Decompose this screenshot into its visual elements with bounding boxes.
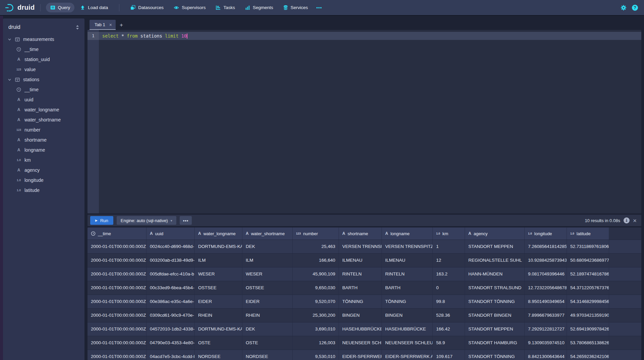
- sql-statement[interactable]: select * from stations limit 10: [102, 32, 187, 40]
- tab-1[interactable]: Tab 1 ×: [90, 20, 116, 30]
- cell-number[interactable]: 9,650,030: [293, 281, 339, 295]
- druid-logo[interactable]: druid: [5, 3, 35, 12]
- cell-longname[interactable]: NEUENSEER SCHLEUSE: [382, 336, 433, 350]
- cell-latitude[interactable]: 52.6941909978426: [567, 322, 609, 336]
- cell-__time[interactable]: 2000-01-01T00:00:00.000Z: [87, 309, 147, 322]
- cell-agency[interactable]: REGIONALSTELLE SUHL: [465, 254, 525, 267]
- cell-latitude[interactable]: 54.3146829998456: [567, 295, 609, 308]
- cell-km[interactable]: 166.42: [433, 322, 465, 336]
- cell-km[interactable]: 0: [433, 281, 465, 295]
- column-header-number[interactable]: 123number: [293, 227, 339, 240]
- cell-longname[interactable]: TÖNNING: [382, 295, 433, 308]
- cell-water_shortname[interactable]: DEK: [242, 240, 293, 253]
- column-header-water_shortname[interactable]: Awater_shortname: [242, 227, 293, 240]
- cell-agency[interactable]: STANDORT BINGEN: [465, 309, 525, 322]
- nav-item-load-data[interactable]: Load data: [76, 3, 112, 12]
- cell-uuid[interactable]: 04572010-1db2-4338-: [147, 322, 195, 336]
- cell-shortname[interactable]: NEUENSEER SCHLEUSE: [339, 336, 382, 350]
- cell-shortname[interactable]: BINGEN: [339, 309, 382, 322]
- column-header-uuid[interactable]: Auuid: [147, 227, 195, 240]
- cell-uuid[interactable]: 04acd7e5-3cbc-4cdd-b: [147, 350, 195, 360]
- cell-__time[interactable]: 2000-01-01T00:00:00.000Z: [87, 281, 147, 295]
- cell-km[interactable]: 99.8: [433, 295, 465, 308]
- cell-shortname[interactable]: RINTELN: [339, 267, 382, 281]
- cell-agency[interactable]: STANDORT STRALSUND: [465, 281, 525, 295]
- nav-item-supervisors[interactable]: Supervisors: [169, 3, 210, 12]
- help-icon[interactable]: ?: [632, 5, 638, 11]
- cell-water_shortname[interactable]: EIDER: [242, 295, 293, 308]
- cell-km[interactable]: 163.2: [433, 267, 465, 281]
- sql-editor[interactable]: 1 select * from stations limit 10: [87, 30, 641, 213]
- cell-agency[interactable]: STANDORT HAMBURG: [465, 336, 525, 350]
- cell-number[interactable]: 25,463: [293, 240, 339, 253]
- cell-longname[interactable]: ILMENAU: [382, 254, 433, 267]
- column-header-water_longname[interactable]: Awater_longname: [195, 227, 242, 240]
- column-header-km[interactable]: 1.0km: [433, 227, 465, 240]
- column-header-__time[interactable]: __time: [87, 227, 147, 240]
- schema-table-measurements[interactable]: measurements: [3, 34, 84, 44]
- cell-number[interactable]: 45,900,109: [293, 267, 339, 281]
- cell-__time[interactable]: 2000-01-01T00:00:00.000Z: [87, 267, 147, 281]
- cell-longitude[interactable]: 9.1309035974510: [525, 336, 567, 350]
- cell-agency[interactable]: STANDORT TÖNNING: [465, 295, 525, 308]
- cell-longname[interactable]: VERSEN TRENNSPITZE: [382, 240, 433, 253]
- cell-latitude[interactable]: 49.9703421359190: [567, 309, 609, 322]
- cell-number[interactable]: 166,640: [293, 254, 339, 267]
- cell-longname[interactable]: BINGEN: [382, 309, 433, 322]
- cell-water_longname[interactable]: OSTE: [195, 336, 242, 350]
- cell-km[interactable]: 12: [433, 254, 465, 267]
- cell-latitude[interactable]: 54.3712205767376: [567, 281, 609, 295]
- cell-water_shortname[interactable]: DEK: [242, 322, 293, 336]
- cell-shortname[interactable]: ILMENAU: [339, 254, 382, 267]
- cell-longitude[interactable]: 7.2929122812727: [525, 322, 567, 336]
- cell-agency[interactable]: HANN-MÜNDEN: [465, 267, 525, 281]
- cell-longitude[interactable]: 10.9288425873943: [525, 254, 567, 267]
- cell-water_shortname[interactable]: ILM: [242, 254, 293, 267]
- download-icon[interactable]: ↓: [624, 217, 630, 223]
- column-header-shortname[interactable]: Ashortname: [339, 227, 382, 240]
- schema-column-longname[interactable]: Alongname: [3, 145, 84, 155]
- cell-longname[interactable]: EIDER-SPERRWERK AP: [382, 350, 433, 360]
- cell-water_shortname[interactable]: WESER: [242, 267, 293, 281]
- cell-uuid[interactable]: 005dfdae-efcc-410a-b: [147, 267, 195, 281]
- cell-water_longname[interactable]: EIDER: [195, 295, 242, 308]
- cell-number[interactable]: 25,300,200: [293, 309, 339, 322]
- cell-latitude[interactable]: 53.7806865138626: [567, 336, 609, 350]
- schema-column-shortname[interactable]: Ashortname: [3, 135, 84, 145]
- cell-longitude[interactable]: 9.0817049396446: [525, 267, 567, 281]
- cell-water_longname[interactable]: DORTMUND-EMS-KANAL: [195, 322, 242, 336]
- cell-__time[interactable]: 2000-01-01T00:00:00.000Z: [87, 322, 147, 336]
- cell-uuid[interactable]: 00e386ac-e35c-4a6e-: [147, 295, 195, 308]
- cell-water_longname[interactable]: DORTMUND-EMS-KANAL: [195, 240, 242, 253]
- cell-uuid[interactable]: 04790e03-4353-4e80-: [147, 336, 195, 350]
- column-header-agency[interactable]: Aagency: [465, 227, 525, 240]
- cell-agency[interactable]: STANDORT TÖNNING: [465, 350, 525, 360]
- cell-water_shortname[interactable]: RHEIN: [242, 309, 293, 322]
- cell-shortname[interactable]: BARTH: [339, 281, 382, 295]
- cell-km[interactable]: 109.617: [433, 350, 465, 360]
- cell-km[interactable]: 1: [433, 240, 465, 253]
- engine-select[interactable]: Engine: auto (sql-native) ▾: [117, 216, 176, 225]
- cell-water_longname[interactable]: OSTSEE: [195, 281, 242, 295]
- cell-uuid[interactable]: 0024cc40-d690-468d-: [147, 240, 195, 253]
- cell-__time[interactable]: 2000-01-01T00:00:00.000Z: [87, 240, 147, 253]
- schema-column-agency[interactable]: Aagency: [3, 165, 84, 175]
- schema-column-latitude[interactable]: 1.0latitude: [3, 185, 84, 195]
- schema-column-longitude[interactable]: 1.0longitude: [3, 175, 84, 185]
- run-button[interactable]: ▶ Run: [90, 216, 113, 225]
- nav-item-datasources[interactable]: Datasources: [126, 3, 168, 12]
- schema-column-__time[interactable]: __time: [3, 44, 84, 54]
- cell-km[interactable]: 58.9: [433, 336, 465, 350]
- cell-number[interactable]: 9,520,070: [293, 295, 339, 308]
- cell-number[interactable]: 126,003: [293, 336, 339, 350]
- cell-longname[interactable]: BARTH: [382, 281, 433, 295]
- sort-columns-icon[interactable]: [76, 25, 79, 30]
- cell-longname[interactable]: RINTELN: [382, 267, 433, 281]
- cell-latitude[interactable]: 52.7311869761806: [567, 240, 609, 253]
- nav-item-segments[interactable]: Segments: [241, 3, 278, 12]
- schema-column-__time[interactable]: __time: [3, 85, 84, 95]
- cell-shortname[interactable]: HASEHUBBRÜCKE: [339, 322, 382, 336]
- add-tab-button[interactable]: +: [120, 22, 123, 28]
- cell-water_shortname[interactable]: OSTSEE: [242, 281, 293, 295]
- more-options-button[interactable]: •••: [180, 216, 192, 225]
